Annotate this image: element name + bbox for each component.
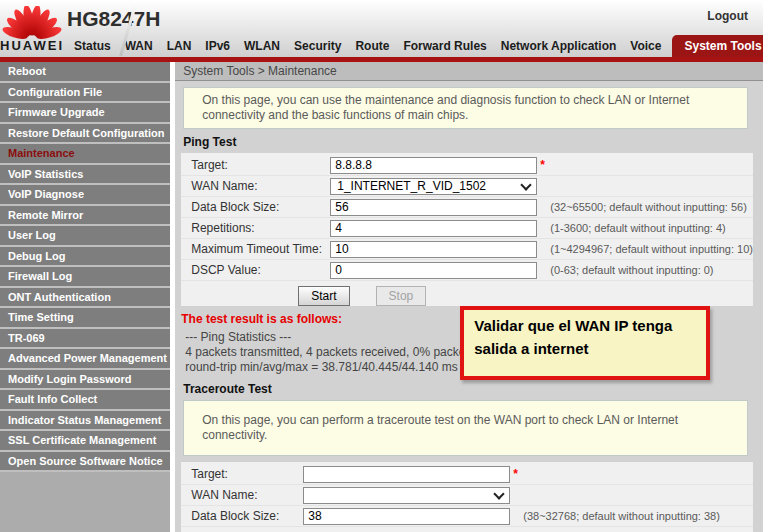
- ping-result: The test result is as follows: --- Ping …: [181, 312, 753, 382]
- field-hint: (0-63; default without inputting: 0): [550, 264, 713, 276]
- traceroute-test-title: Traceroute Test: [183, 382, 753, 397]
- sidebar-item-label: Fault Info Collect: [8, 393, 97, 405]
- nav-tab-label: Security: [294, 39, 341, 53]
- sidebar-item-label: TR-069: [8, 332, 45, 344]
- sidebar-item[interactable]: ONT Authentication: [0, 288, 170, 309]
- sidebar-item[interactable]: Debug Log: [0, 247, 170, 268]
- text-input[interactable]: [330, 241, 537, 258]
- field-hint: (1-3600; default without inputting: 4): [550, 222, 726, 234]
- sidebar-item-label: Maintenance: [8, 147, 75, 159]
- sidebar-item[interactable]: Maintenance: [0, 144, 170, 165]
- field-label: WAN Name:: [191, 179, 330, 193]
- content-body: On this page, you can use the maintenanc…: [175, 81, 763, 532]
- sidebar-item[interactable]: Firmware Upgrade: [0, 103, 170, 124]
- huawei-logo: HUAWEI: [0, 0, 64, 57]
- text-input[interactable]: [330, 220, 537, 237]
- huawei-flower-icon: [1, 6, 63, 40]
- annotation-text: Validar que el WAN IP tenga salida a int…: [474, 317, 672, 357]
- sidebar-item[interactable]: Open Source Software Notice: [0, 452, 170, 473]
- ping-stop-button[interactable]: Stop: [376, 286, 427, 306]
- ping-test-panel: Target: * WAN Name: 1_INTERNET_R_VID_150…: [181, 153, 753, 306]
- sidebar-item-label: Time Setting: [8, 311, 74, 323]
- form-row: Data Block Size: * (38~32768; default wi…: [181, 506, 753, 527]
- sidebar-item[interactable]: Reboot: [0, 62, 170, 83]
- text-input[interactable]: [303, 466, 510, 483]
- nav-tab-label: Voice: [630, 39, 661, 53]
- form-row: WAN Name: 1_INTERNET_R_VID_1502 *: [181, 176, 753, 197]
- traceroute-test-panel: Target: * WAN Name: * Data Block Size: *…: [181, 462, 753, 532]
- sidebar: RebootConfiguration FileFirmware Upgrade…: [0, 62, 170, 532]
- sidebar-item[interactable]: Time Setting: [0, 308, 170, 329]
- nav-tab[interactable]: System Tools: [672, 35, 763, 57]
- nav-tab[interactable]: IPv6: [198, 35, 237, 57]
- nav-tab-label: IPv6: [205, 39, 230, 53]
- form-row: Target: *: [181, 155, 753, 176]
- sidebar-item-label: Remote Mirror: [8, 209, 83, 221]
- sidebar-item[interactable]: SSL Certificate Management: [0, 431, 170, 452]
- select-input[interactable]: 1_INTERNET_R_VID_1502: [330, 178, 537, 195]
- sidebar-item[interactable]: User Log: [0, 226, 170, 247]
- text-input[interactable]: [330, 199, 537, 216]
- nav-tab-label: LAN: [167, 39, 192, 53]
- nav-tab-label: Route: [355, 39, 389, 53]
- ping-buttons: Start Stop: [298, 286, 753, 306]
- sidebar-item[interactable]: Fault Info Collect: [0, 390, 170, 411]
- nav-tab[interactable]: Voice: [623, 35, 668, 57]
- sidebar-item[interactable]: Restore Default Configuration: [0, 124, 170, 145]
- sidebar-item-label: Indicator Status Management: [8, 414, 161, 426]
- field-hint: (32~65500; default without inputting: 56…: [550, 201, 747, 213]
- sidebar-item-label: Debug Log: [8, 250, 65, 262]
- text-input[interactable]: [330, 262, 537, 279]
- nav-tab[interactable]: WLAN: [237, 35, 287, 57]
- app-header: HUAWEI HG8247H StatusWANLANIPv6WLANSecur…: [0, 0, 763, 57]
- text-input[interactable]: [330, 157, 537, 174]
- sidebar-item[interactable]: Indicator Status Management: [0, 411, 170, 432]
- traceroute-info-box: On this page, you can perform a tracerou…: [183, 400, 748, 456]
- field-hint: (1~4294967; default without inputting: 1…: [550, 243, 753, 255]
- sidebar-item[interactable]: Advanced Power Management: [0, 349, 170, 370]
- sidebar-item[interactable]: Modify Login Password: [0, 370, 170, 391]
- sidebar-item-label: Configuration File: [8, 86, 102, 98]
- ping-info-box: On this page, you can use the maintenanc…: [183, 87, 748, 129]
- sidebar-item-label: Reboot: [8, 65, 46, 77]
- nav-tab[interactable]: Network Application: [494, 35, 624, 57]
- field-hint: (38~32768; default without inputting: 38…: [523, 510, 720, 522]
- nav-tab[interactable]: Route: [348, 35, 396, 57]
- field-label: Repetitions:: [191, 221, 330, 235]
- field-label: DSCP Value:: [191, 263, 330, 277]
- breadcrumb: System Tools > Maintenance: [175, 62, 763, 81]
- main-nav: StatusWANLANIPv6WLANSecurityRouteForward…: [67, 34, 763, 57]
- sidebar-item[interactable]: Configuration File: [0, 83, 170, 104]
- form-row: Target: *: [181, 464, 753, 485]
- sidebar-item[interactable]: Firewall Log: [0, 267, 170, 288]
- nav-tab[interactable]: Forward Rules: [396, 35, 493, 57]
- sidebar-item-label: VoIP Statistics: [8, 168, 83, 180]
- sidebar-item-label: Firewall Log: [8, 270, 72, 282]
- form-row: Repetitions: * (1-3600; default without …: [181, 218, 753, 239]
- sidebar-item-label: Restore Default Configuration: [8, 127, 164, 139]
- sidebar-item-label: SSL Certificate Management: [8, 434, 156, 446]
- form-row: WAN Name: *: [181, 485, 753, 506]
- nav-tab[interactable]: Security: [287, 35, 348, 57]
- ping-start-button[interactable]: Start: [298, 286, 349, 306]
- nav-tab[interactable]: Status: [67, 35, 118, 57]
- annotation-box: Validar que el WAN IP tenga salida a int…: [460, 306, 710, 380]
- required-asterisk: *: [540, 158, 546, 172]
- sidebar-item-label: Firmware Upgrade: [8, 106, 105, 118]
- nav-tab[interactable]: LAN: [160, 35, 199, 57]
- sidebar-item[interactable]: Remote Mirror: [0, 206, 170, 227]
- text-input[interactable]: [303, 508, 510, 525]
- field-label: Maximum Timeout Time:: [191, 242, 330, 256]
- select-value: 1_INTERNET_R_VID_1502: [337, 179, 486, 193]
- field-label: WAN Name:: [191, 488, 303, 502]
- field-label: Target:: [191, 467, 303, 481]
- nav-tab-label: Status: [74, 39, 111, 53]
- sidebar-item[interactable]: VoIP Diagnose: [0, 185, 170, 206]
- form-row: DSCP Value: * (0-63; default without inp…: [181, 260, 753, 281]
- field-label: Data Block Size:: [191, 200, 330, 214]
- logout-link[interactable]: Logout: [707, 9, 748, 23]
- sidebar-item[interactable]: VoIP Statistics: [0, 165, 170, 186]
- select-input[interactable]: [303, 487, 510, 504]
- sidebar-item[interactable]: TR-069: [0, 329, 170, 350]
- sidebar-item-label: Open Source Software Notice: [8, 455, 163, 467]
